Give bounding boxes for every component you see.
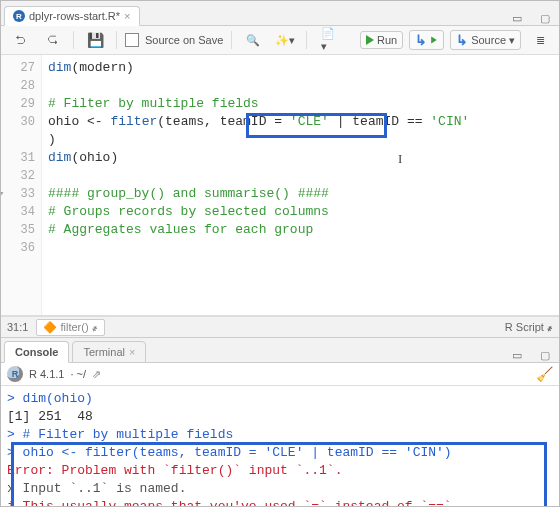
code-editor[interactable]: 27 28 29 30 31 32 33 34 35 36 dim(modern… [1,55,559,316]
line-gutter: 27 28 29 30 31 32 33 34 35 36 [1,55,42,315]
save-button[interactable]: 💾 [82,30,108,50]
editor-toolbar: ⮌ ⮎ 💾 Source on Save 🔍 ✨▾ 📄▾ Run ↳ ↳Sour… [1,26,559,55]
back-button[interactable]: ⮌ [7,30,33,50]
editor-statusbar: 31:1 🔶 filter() ҂ R Script ҂ [1,316,559,338]
close-icon: × [129,346,135,358]
run-label: Run [377,34,397,46]
rstudio-window: R dplyr-rows-start.R* × ▭ ▢ ⮌ ⮎ 💾 Source… [0,0,560,507]
console-output[interactable]: > dim(ohio) [1] 251 48 > # Filter by mul… [1,386,559,506]
minimize-console-icon[interactable]: ▭ [503,349,531,362]
rerun-button[interactable]: ↳ [409,30,444,50]
clear-console-icon[interactable]: 🧹 [536,366,553,382]
wd-popup-icon[interactable]: ⇗ [92,368,101,381]
tab-console[interactable]: Console [4,341,69,363]
source-on-save-checkbox[interactable] [125,33,139,47]
maximize-pane-icon[interactable]: ▢ [531,12,559,25]
file-tab-label: dplyr-rows-start.R* [29,10,120,22]
source-button[interactable]: ↳Source ▾ [450,30,521,50]
text-cursor-icon: I [398,150,402,168]
working-dir: · ~/ [70,368,86,380]
r-file-icon: R [13,10,25,22]
editor-tabbar: R dplyr-rows-start.R* × ▭ ▢ [1,1,559,26]
minimize-pane-icon[interactable]: ▭ [503,12,531,25]
cursor-position: 31:1 [7,321,28,333]
wand-button[interactable]: ✨▾ [272,30,298,50]
run-button[interactable]: Run [360,31,403,49]
find-button[interactable]: 🔍 [240,30,266,50]
language-indicator[interactable]: R Script ҂ [505,321,553,334]
code-body[interactable]: dim(modern) # Filter by multiple fields … [42,55,559,315]
maximize-console-icon[interactable]: ▢ [531,349,559,362]
tab-terminal[interactable]: Terminal× [72,341,146,363]
source-on-save-label: Source on Save [145,34,223,46]
outline-button[interactable]: ≣ [527,30,553,50]
r-logo-icon: R [7,366,23,382]
console-tabbar: Console Terminal× ▭ ▢ [1,338,559,363]
forward-button[interactable]: ⮎ [39,30,65,50]
close-icon[interactable]: × [124,10,130,22]
source-label: Source [471,34,506,46]
scope-indicator[interactable]: 🔶 filter() ҂ [36,319,104,336]
console-infobar: R R 4.1.1 · ~/ ⇗ 🧹 [1,363,559,386]
r-version: R 4.1.1 [29,368,64,380]
report-button[interactable]: 📄▾ [315,30,341,50]
file-tab[interactable]: R dplyr-rows-start.R* × [4,6,140,26]
